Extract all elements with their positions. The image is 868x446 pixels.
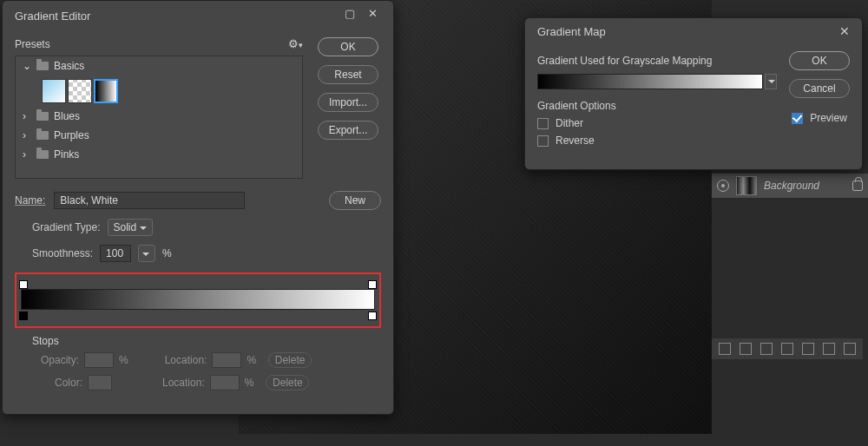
presets-folder-pinks[interactable]: › Pinks	[16, 145, 302, 164]
location-label: Location:	[165, 354, 207, 366]
folder-icon	[36, 62, 49, 70]
lock-icon	[852, 180, 863, 191]
close-icon[interactable]: ✕	[364, 7, 381, 24]
close-icon[interactable]: ✕	[839, 24, 850, 38]
gradient-map-dialog: Gradient Map ✕ Gradient Used for Graysca…	[524, 17, 863, 170]
folder-label: Pinks	[54, 148, 79, 161]
gear-icon[interactable]: ⚙︎▾	[288, 37, 303, 50]
fx-icon[interactable]	[740, 343, 752, 355]
reset-button[interactable]: Reset	[318, 65, 378, 84]
presets-list[interactable]: ⌄ Basics › Blues › Purples	[15, 56, 303, 179]
gradient-preview-bar[interactable]	[21, 289, 375, 310]
gradient-map-bar[interactable]	[537, 74, 763, 89]
preset-swatch[interactable]	[42, 79, 66, 103]
layer-thumbnail[interactable]	[736, 176, 757, 195]
gradient-map-titlebar[interactable]: Gradient Map ✕	[525, 18, 862, 44]
name-input[interactable]	[54, 192, 245, 209]
mapping-heading: Gradient Used for Grayscale Mapping	[537, 55, 777, 67]
layers-bottom-toolbar	[712, 338, 863, 359]
trash-icon[interactable]	[844, 343, 856, 355]
mask-icon[interactable]	[760, 343, 773, 355]
presets-folder-purples[interactable]: › Purples	[16, 126, 302, 145]
opacity-label: Opacity:	[41, 354, 79, 366]
gradient-bar-highlight	[15, 272, 381, 328]
reverse-label: Reverse	[556, 134, 595, 147]
location-label: Location:	[162, 377, 205, 389]
gradient-editor-titlebar[interactable]: Gradient Editor ▢ ✕	[3, 1, 393, 30]
smoothness-dropdown[interactable]	[138, 245, 155, 262]
preset-swatch[interactable]	[68, 79, 92, 103]
visibility-icon[interactable]	[717, 180, 729, 192]
import-button[interactable]: Import...	[318, 93, 378, 112]
chevron-right-icon: ›	[23, 129, 31, 141]
smoothness-label: Smoothness:	[32, 247, 93, 259]
percent-label: %	[162, 247, 172, 259]
smoothness-input[interactable]	[100, 245, 131, 262]
dialog-title: Gradient Editor	[15, 10, 90, 23]
stops-section-title: Stops	[32, 335, 381, 347]
dither-label: Dither	[556, 117, 583, 129]
options-heading: Gradient Options	[537, 100, 777, 112]
folder-icon	[36, 131, 49, 140]
gradient-editor-dialog: Gradient Editor ▢ ✕ Presets ⚙︎▾ ⌄ Basics	[2, 0, 394, 415]
color-swatch-input	[88, 375, 112, 390]
group-icon[interactable]	[802, 343, 814, 355]
percent-label: %	[247, 354, 256, 366]
dither-checkbox[interactable]	[537, 118, 549, 129]
color-stop-left[interactable]	[19, 312, 28, 320]
gradient-dropdown-button[interactable]	[765, 74, 777, 89]
layers-panel-row[interactable]: Background	[712, 174, 868, 198]
ok-button[interactable]: OK	[789, 51, 850, 70]
dialog-title: Gradient Map	[537, 25, 606, 38]
layer-name-label[interactable]: Background	[764, 180, 819, 192]
color-label: Color:	[55, 377, 82, 389]
chevron-right-icon: ›	[23, 110, 31, 122]
cancel-button[interactable]: Cancel	[789, 79, 850, 98]
link-icon[interactable]	[719, 343, 731, 355]
folder-label: Purples	[54, 129, 89, 141]
presets-folder-basics[interactable]: ⌄ Basics	[16, 56, 302, 75]
gradient-type-select[interactable]: Solid	[108, 219, 154, 236]
new-layer-icon[interactable]	[823, 343, 835, 355]
percent-label: %	[119, 354, 128, 366]
folder-icon	[36, 112, 49, 121]
presets-folder-blues[interactable]: › Blues	[16, 107, 302, 126]
delete-opacity-stop-button: Delete	[268, 352, 312, 368]
opacity-stop-right[interactable]	[368, 280, 377, 289]
preset-swatch-selected[interactable]	[94, 79, 118, 103]
location-input	[212, 352, 241, 368]
presets-label: Presets	[15, 38, 50, 50]
new-button[interactable]: New	[329, 191, 381, 210]
color-stop-right[interactable]	[368, 312, 377, 320]
folder-label: Blues	[54, 110, 80, 122]
location-input	[210, 375, 240, 390]
ok-button[interactable]: OK	[318, 37, 378, 56]
preview-label: Preview	[810, 112, 847, 124]
folder-label: Basics	[54, 60, 84, 72]
name-label: Name:	[15, 194, 45, 207]
adjustment-icon[interactable]	[781, 343, 793, 355]
opacity-stop-left[interactable]	[19, 280, 28, 289]
export-button[interactable]: Export...	[318, 121, 378, 140]
maximize-icon[interactable]: ▢	[341, 7, 358, 24]
chevron-down-icon: ⌄	[23, 60, 31, 72]
delete-color-stop-button: Delete	[266, 375, 309, 390]
preview-checkbox[interactable]	[792, 113, 803, 124]
percent-label: %	[245, 377, 254, 389]
opacity-input	[84, 352, 114, 368]
gradient-type-label: Gradient Type:	[32, 221, 101, 233]
folder-icon	[36, 150, 49, 159]
chevron-right-icon: ›	[23, 148, 31, 161]
reverse-checkbox[interactable]	[537, 135, 549, 147]
